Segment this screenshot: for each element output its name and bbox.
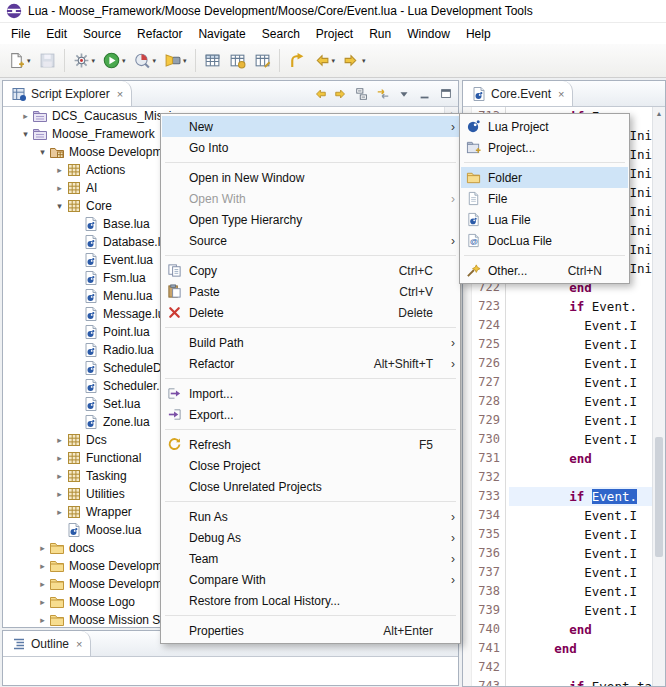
luafile-icon xyxy=(83,360,99,376)
package-icon xyxy=(66,450,82,466)
menu-item-compare-with[interactable]: Compare With› xyxy=(162,569,459,590)
forward-button[interactable]: ▾ xyxy=(339,48,370,74)
table-icon xyxy=(204,52,221,69)
chevron-down-icon[interactable]: ▾ xyxy=(19,129,32,139)
menu-item-shortcut: Alt+Enter xyxy=(383,624,443,638)
coverage-button[interactable]: ▾ xyxy=(130,48,161,74)
chevron-right-icon[interactable]: ▸ xyxy=(36,543,49,553)
menu-item-open-type-hierarchy[interactable]: Open Type Hierarchy xyxy=(162,209,459,230)
menu-separator xyxy=(165,501,456,502)
open-lua-type-button[interactable] xyxy=(200,48,225,74)
scrollbar-thumb[interactable] xyxy=(655,437,663,557)
forward-button[interactable] xyxy=(331,84,350,103)
menu-item-open-in-new-window[interactable]: Open in New Window xyxy=(162,167,459,188)
menu-item-source[interactable]: Source› xyxy=(162,230,459,251)
submenu-item-folder[interactable]: Folder xyxy=(461,167,628,188)
minimize-button[interactable] xyxy=(415,84,434,103)
chevron-right-icon[interactable]: ▸ xyxy=(36,597,49,607)
chevron-down-icon[interactable]: ▾ xyxy=(53,201,66,211)
menu-icon-column xyxy=(466,191,488,206)
chevron-right-icon[interactable]: ▸ xyxy=(53,471,66,481)
close-icon[interactable]: × xyxy=(76,638,82,650)
menubar-item-edit[interactable]: Edit xyxy=(38,24,75,44)
menu-separator xyxy=(165,162,456,163)
close-icon[interactable]: × xyxy=(117,88,123,100)
menu-item-build-path[interactable]: Build Path› xyxy=(162,332,459,353)
menubar-item-search[interactable]: Search xyxy=(254,24,308,44)
submenu-item-file[interactable]: File xyxy=(461,188,628,209)
tab-script-explorer[interactable]: Script Explorer × xyxy=(3,81,132,106)
menu-item-delete[interactable]: DeleteDelete xyxy=(162,302,459,323)
menubar-item-window[interactable]: Window xyxy=(399,24,458,44)
menu-item-team[interactable]: Team› xyxy=(162,548,459,569)
menubar-item-file[interactable]: File xyxy=(3,24,38,44)
menu-item-restore-from-local-history[interactable]: Restore from Local History... xyxy=(162,590,459,611)
submenu-item-doclua-file[interactable]: @DocLua File xyxy=(461,230,628,251)
menu-item-import[interactable]: Import... xyxy=(162,383,459,404)
menu-item-new[interactable]: New› xyxy=(162,116,459,137)
chevron-right-icon[interactable]: ▸ xyxy=(19,111,32,121)
chevron-right-icon[interactable]: ▸ xyxy=(53,165,66,175)
tree-item-label: Event.lua xyxy=(103,253,153,267)
menu-item-properties[interactable]: PropertiesAlt+Enter xyxy=(162,620,459,641)
chevron-right-icon[interactable]: ▸ xyxy=(53,489,66,499)
toggle-grid-button[interactable] xyxy=(250,48,275,74)
submenu-item-project[interactable]: Project... xyxy=(461,137,628,158)
menubar-item-project[interactable]: Project xyxy=(308,24,361,44)
menu-item-refresh[interactable]: RefreshF5 xyxy=(162,434,459,455)
menu-item-refactor[interactable]: RefactorAlt+Shift+T› xyxy=(162,353,459,374)
line-number: 733 xyxy=(472,487,500,506)
menu-item-label: Import... xyxy=(189,387,233,401)
external-tools-icon xyxy=(73,52,90,69)
chevron-right-icon[interactable]: ▸ xyxy=(36,561,49,571)
chevron-right-icon[interactable]: ▸ xyxy=(53,453,66,463)
menubar-item-navigate[interactable]: Navigate xyxy=(190,24,253,44)
arrow-left-icon xyxy=(313,87,327,101)
editor-scrollbar[interactable]: ▲ xyxy=(652,107,665,686)
back-button[interactable]: ▾ xyxy=(309,48,340,74)
close-icon[interactable]: × xyxy=(558,88,564,100)
search-button[interactable]: ▾ xyxy=(160,48,191,74)
tab-outline[interactable]: Outline × xyxy=(3,631,91,656)
minimize-icon xyxy=(418,87,432,101)
view-menu-button[interactable] xyxy=(394,84,413,103)
maximize-button[interactable] xyxy=(436,84,455,103)
scroll-up-icon[interactable]: ▲ xyxy=(653,107,665,120)
run-button[interactable]: ▾ xyxy=(99,48,130,74)
last-edit-location-button[interactable] xyxy=(284,48,309,74)
chevron-down-icon[interactable]: ▾ xyxy=(36,147,49,157)
code-line: Event.I xyxy=(509,525,652,544)
toolbar-separator xyxy=(64,49,65,72)
menu-item-debug-as[interactable]: Debug As› xyxy=(162,527,459,548)
chevron-right-icon[interactable]: ▸ xyxy=(36,579,49,589)
menubar-item-refactor[interactable]: Refactor xyxy=(129,24,190,44)
menu-item-close-unrelated-projects[interactable]: Close Unrelated Projects xyxy=(162,476,459,497)
menu-item-run-as[interactable]: Run As› xyxy=(162,506,459,527)
menu-item-paste[interactable]: PasteCtrl+V xyxy=(162,281,459,302)
submenu-item-lua-project[interactable]: Lua Project xyxy=(461,116,628,137)
save-button[interactable] xyxy=(35,48,60,74)
submenu-item-lua-file[interactable]: Lua File xyxy=(461,209,628,230)
save-icon xyxy=(39,52,56,69)
menubar-item-help[interactable]: Help xyxy=(458,24,499,44)
menu-item-close-project[interactable]: Close Project xyxy=(162,455,459,476)
menu-separator xyxy=(165,255,456,256)
new-wizard-button[interactable]: ▾ xyxy=(4,48,35,74)
tab-core-event[interactable]: Core.Event × xyxy=(463,81,573,106)
chevron-right-icon[interactable]: ▸ xyxy=(53,183,66,193)
external-tools-button[interactable]: ▾ xyxy=(69,48,100,74)
new-table-wizard-button[interactable] xyxy=(225,48,250,74)
chevron-right-icon[interactable]: ▸ xyxy=(53,435,66,445)
chevron-right-icon[interactable]: ▸ xyxy=(36,615,49,625)
back-button[interactable] xyxy=(310,84,329,103)
menu-item-copy[interactable]: CopyCtrl+C xyxy=(162,260,459,281)
submenu-item-other[interactable]: Other...Ctrl+N xyxy=(461,260,628,281)
script-explorer-header: Script Explorer × xyxy=(3,81,458,107)
menubar-item-run[interactable]: Run xyxy=(361,24,399,44)
link-with-editor-button[interactable] xyxy=(373,84,392,103)
collapse-all-button[interactable] xyxy=(352,84,371,103)
menubar-item-source[interactable]: Source xyxy=(75,24,129,44)
menu-item-export[interactable]: Export... xyxy=(162,404,459,425)
chevron-right-icon[interactable]: ▸ xyxy=(53,507,66,517)
menu-item-go-into[interactable]: Go Into xyxy=(162,137,459,158)
